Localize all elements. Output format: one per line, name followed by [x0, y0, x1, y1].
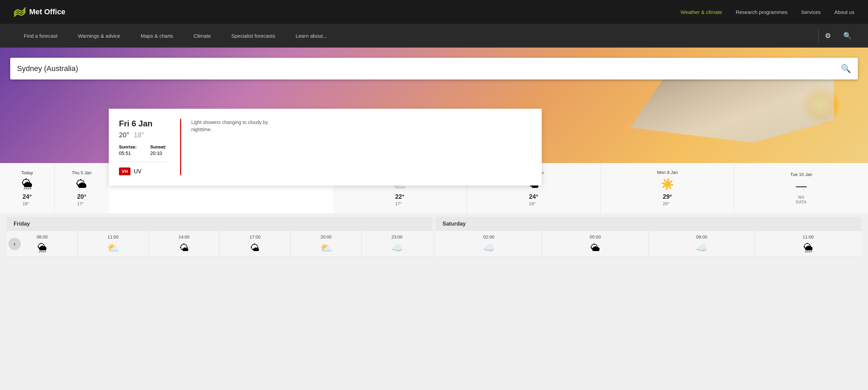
saturday-hourly-panel: Saturday 02:00 ☁️ 05:00 🌥 08:00 ☁️ 11:00…: [436, 217, 861, 257]
weather-icon: 🌥: [76, 178, 87, 191]
sub-nav-specialist[interactable]: Specialist forecasts: [221, 24, 285, 48]
day-card-today[interactable]: Today 🌦 24° 18°: [0, 163, 55, 213]
saturday-header: Saturday: [436, 217, 861, 231]
uv-badge: VH: [119, 167, 131, 175]
sub-nav-warnings[interactable]: Warnings & advice: [68, 24, 131, 48]
friday-hourly-panel: Friday ‹ 08:00 🌦 11:00 ⛅ 14:00 🌤: [7, 217, 432, 257]
hourly-time: 02:00: [483, 234, 494, 240]
temp-row: 24° 18°: [529, 193, 538, 207]
sub-nav-climate[interactable]: Climate: [184, 24, 221, 48]
hourly-col-2300: 23:00 ☁️: [362, 231, 432, 257]
hourly-icon: 🌥: [590, 242, 600, 253]
no-data: NO DATA: [796, 195, 807, 205]
search-bar: Sydney (Australia) 🔍: [10, 58, 858, 79]
sunset-value: 20:10: [150, 150, 162, 156]
temp-high: 29°: [663, 193, 672, 200]
temp-high: 22°: [395, 193, 404, 200]
forecast-wrapper: Fri 6 Jan 20° 18° Sunrise: 05:51 Sunset:…: [0, 163, 868, 264]
sun-row: Sunrise: 05:51 Sunset: 20:10: [119, 144, 167, 156]
day-card-mon[interactable]: Mon 9 Jan ☀️ 29° 20°: [601, 163, 735, 213]
saturday-times: 02:00 ☁️ 05:00 🌥 08:00 ☁️ 11:00 🌦: [436, 231, 861, 257]
hourly-col-s1100: 11:00 🌦: [755, 231, 861, 257]
hourly-col-s0800: 08:00 ☁️: [649, 231, 755, 257]
top-nav-services[interactable]: Services: [801, 9, 821, 15]
search-icon[interactable]: 🔍: [840, 29, 854, 42]
weather-icon: ☀️: [661, 178, 674, 191]
temp-low: 18°: [22, 201, 29, 206]
hourly-col-1400: 14:00 🌤: [149, 231, 220, 257]
weather-icon: 🌦: [22, 178, 33, 191]
hourly-col-s0500: 05:00 🌥: [542, 231, 648, 257]
temp-row: 20° 17°: [77, 193, 86, 207]
detail-date: Fri 6 Jan: [119, 119, 167, 128]
temp-row: 24° 18°: [22, 193, 32, 207]
logo-area: Met Office: [14, 7, 65, 17]
hourly-time: 20:00: [320, 234, 332, 240]
detail-temp-low: 18°: [134, 131, 144, 139]
friday-times: ‹ 08:00 🌦 11:00 ⛅ 14:00 🌤 17:00: [7, 231, 432, 257]
detail-description: Light showers changing to cloudy by nigh…: [191, 119, 287, 133]
top-navigation: Met Office Weather & climate Research pr…: [0, 0, 868, 24]
day-card-tue[interactable]: Tue 10 Jan — NO DATA: [734, 163, 868, 213]
hourly-col-1700: 17:00 🌤: [220, 231, 291, 257]
temp-high: 24°: [22, 193, 32, 200]
hourly-icon: ⛅: [320, 242, 332, 253]
hourly-icon: 🌤: [250, 242, 260, 253]
search-container: Sydney (Australia) 🔍: [10, 58, 858, 79]
hourly-time: 11:00: [107, 234, 119, 240]
hourly-time: 14:00: [178, 234, 190, 240]
met-office-logo-icon: [14, 7, 26, 17]
top-nav-about[interactable]: About us: [834, 9, 854, 15]
sunset-label: Sunset:: [150, 144, 167, 149]
sunrise-value: 05:51: [119, 150, 131, 156]
hourly-time: 23:00: [392, 234, 403, 240]
hourly-icon: 🌦: [37, 242, 47, 253]
temp-row: 29° 20°: [663, 193, 672, 207]
top-nav-weather[interactable]: Weather & climate: [680, 9, 722, 15]
day-label: Thu 5 Jan: [72, 170, 91, 175]
hourly-section: Friday ‹ 08:00 🌦 11:00 ⛅ 14:00 🌤: [0, 213, 868, 264]
sub-nav-links: Find a forecast Warnings & advice Maps &…: [14, 24, 815, 48]
temp-low: 20°: [663, 201, 670, 206]
hourly-icon: 🌦: [803, 242, 813, 253]
hourly-icon: ☁️: [483, 242, 495, 253]
hourly-prev-arrow[interactable]: ‹: [8, 238, 21, 250]
hourly-time: 08:00: [696, 234, 707, 240]
top-nav-links: Weather & climate Research programmes Se…: [680, 9, 854, 15]
hourly-col-s0200: 02:00 ☁️: [436, 231, 542, 257]
forecast-detail-card: Fri 6 Jan 20° 18° Sunrise: 05:51 Sunset:…: [109, 109, 542, 185]
sub-nav-icons: ⚙ 🔍: [822, 29, 854, 42]
day-card-thu[interactable]: Thu 5 Jan 🌥 20° 17°: [55, 163, 109, 213]
weather-icon: —: [796, 180, 807, 192]
settings-icon[interactable]: ⚙: [822, 29, 834, 42]
hourly-icon: ⛅: [107, 242, 119, 253]
hourly-icon: ☁️: [391, 242, 403, 253]
detail-temps: 20° 18°: [119, 131, 167, 139]
hourly-col-1100: 11:00 ⛅: [78, 231, 149, 257]
nav-divider: [818, 29, 819, 42]
sunrise-label: Sunrise:: [119, 144, 137, 149]
hourly-time: 08:00: [37, 234, 48, 240]
day-label: Today: [21, 170, 33, 175]
detail-temp-high: 20°: [119, 131, 129, 139]
temp-high: 20°: [77, 193, 86, 200]
search-submit-button[interactable]: 🔍: [841, 64, 851, 73]
day-label: Mon 9 Jan: [657, 170, 678, 175]
temp-low: 18°: [529, 201, 536, 206]
temp-low: 17°: [77, 201, 84, 206]
day-label: Tue 10 Jan: [790, 172, 812, 177]
logo-text: Met Office: [29, 7, 65, 16]
uv-row: VH UV: [119, 162, 167, 175]
temp-row: 22° 17°: [395, 193, 404, 207]
top-nav-research[interactable]: Research programmes: [736, 9, 788, 15]
friday-header: Friday: [7, 217, 432, 231]
left-day-cards: Today 🌦 24° 18° Thu 5 Jan 🌥 20° 17°: [0, 163, 109, 213]
hourly-time: 05:00: [590, 234, 601, 240]
location-search-input[interactable]: Sydney (Australia): [17, 64, 841, 73]
sub-nav-forecast[interactable]: Find a forecast: [14, 24, 68, 48]
sub-nav-learn[interactable]: Learn about...: [285, 24, 337, 48]
hourly-icon: ☁️: [696, 242, 708, 253]
temp-low: 17°: [395, 201, 402, 206]
temp-high: 24°: [529, 193, 538, 200]
sub-nav-maps[interactable]: Maps & charts: [131, 24, 184, 48]
